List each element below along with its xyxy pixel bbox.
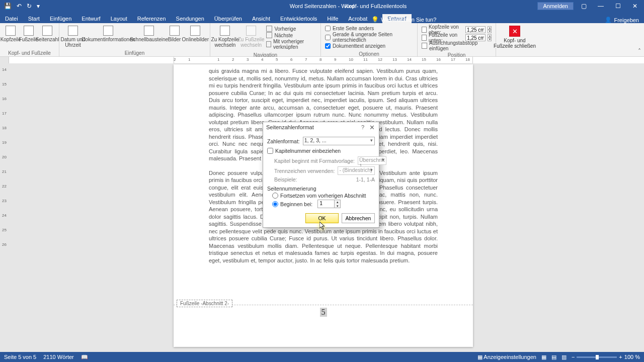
spin-down-icon[interactable]: ▾: [335, 204, 340, 208]
examples-label: Beispiele:: [267, 176, 297, 183]
dialog-help-icon[interactable]: ?: [358, 124, 367, 130]
close-x-icon: ✕: [509, 26, 520, 37]
header-button[interactable]: Kopfzeile: [2, 25, 19, 43]
number-format-label: Zahlenformat:: [267, 138, 300, 144]
show-document-text-checkbox[interactable]: Dokumenttext anzeigen: [325, 43, 413, 49]
cancel-button[interactable]: Abbrechen: [342, 213, 375, 223]
context-tools-title: Kopf- und Fußzeilentools: [345, 3, 407, 9]
tab-icon: [422, 43, 427, 49]
link-previous-button[interactable]: Mit vorheriger verknüpfen: [266, 39, 316, 50]
close-icon[interactable]: ✕: [628, 3, 642, 10]
tab-references[interactable]: Referenzen: [132, 14, 171, 23]
up-icon: [266, 26, 272, 32]
horizontal-ruler[interactable]: 21123456789101112131415161718: [0, 57, 644, 63]
zoom-out-button[interactable]: −: [572, 354, 575, 360]
docinfo-button[interactable]: Dokumentinformationen: [86, 25, 131, 43]
tab-design[interactable]: Entwurf: [76, 14, 105, 23]
chapter-style-select: Überschrift 1: [358, 156, 386, 165]
close-header-footer-button[interactable]: ✕ Kopf- und Fußzeile schließen: [491, 25, 539, 50]
page-number-format-dialog: Seitenzahlenformat ? ✕ Zahlenformat: 1, …: [263, 122, 379, 228]
pagenumber-button[interactable]: Seitenzahl: [38, 25, 57, 43]
dialog-title: Seitenzahlenformat: [266, 124, 314, 130]
share-button[interactable]: 👤 Freigeben: [605, 17, 639, 23]
datetime-button[interactable]: Datum und Uhrzeit: [61, 25, 85, 49]
tab-view[interactable]: Ansicht: [247, 14, 275, 23]
ribbon: Kopfzeile Fußzeile Seitenzahl Kopf- und …: [0, 23, 644, 57]
tab-acrobat[interactable]: Acrobat: [343, 14, 372, 23]
header-top-input[interactable]: [465, 26, 486, 33]
goto-footer-button: Zu Fußzeile wechseln: [239, 25, 264, 49]
view-read-icon[interactable]: ▤: [551, 354, 556, 360]
insert-align-tab-button[interactable]: Ausrichtungstabstopp einfügen: [422, 42, 492, 50]
group-header-footer-label: Kopf- und Fußzeile: [0, 50, 59, 57]
zoom-slider[interactable]: [577, 356, 617, 358]
share-icon: 👤: [605, 17, 612, 23]
spellcheck-icon[interactable]: 📖: [81, 354, 88, 360]
maximize-icon[interactable]: ☐: [611, 3, 625, 10]
minimize-icon[interactable]: —: [594, 3, 608, 10]
separator-select: - (Bindestrich): [338, 166, 375, 175]
header-top-icon: [422, 27, 427, 33]
tab-insert[interactable]: Einfügen: [45, 14, 76, 23]
start-at-radio[interactable]: Beginnen bei: ▴▾: [272, 200, 375, 208]
link-icon: [266, 41, 271, 47]
bulb-icon: 💡: [371, 16, 379, 23]
tab-start[interactable]: Start: [23, 14, 45, 23]
collapse-ribbon-icon[interactable]: ˄: [638, 48, 641, 55]
footer-button[interactable]: Fußzeile: [20, 25, 37, 43]
group-insert-label: Einfügen: [59, 50, 210, 57]
previous-section-button[interactable]: Vorherige: [266, 26, 316, 32]
titlebar: 💾 ↶ ↻ ▾ Word Seitenzahlen - Word Kopf- u…: [0, 0, 644, 12]
ribbon-options-icon[interactable]: ▢: [577, 3, 591, 10]
page-indicator[interactable]: Seite 5 von 5: [4, 354, 36, 360]
footer-bottom-icon: [422, 35, 427, 41]
redo-icon[interactable]: ↻: [27, 3, 32, 10]
tell-me-search[interactable]: 💡 Was möchten Sie tun?: [371, 16, 436, 23]
statusbar: Seite 5 von 5 2110 Wörter 📖 ▦ Anzeigeein…: [0, 352, 644, 362]
tab-layout[interactable]: Layout: [106, 14, 132, 23]
include-chapter-checkbox[interactable]: Kapitelnummer einbeziehen: [267, 148, 375, 154]
quickparts-button[interactable]: Schnellbausteine: [132, 25, 166, 43]
document-title: Word Seitenzahlen - Word: [290, 3, 355, 9]
online-pictures-button[interactable]: Onlinebilder: [183, 25, 208, 43]
separator-label: Trennzeichen verwenden:: [267, 168, 335, 174]
number-format-select[interactable]: 1, 2, 3, ...: [303, 137, 375, 145]
login-button[interactable]: Anmelden: [537, 2, 574, 10]
footer-section-tag: Fußzeile -Abschnitt 2-: [177, 300, 232, 307]
vertical-ruler[interactable]: 14151617181920212223242526: [0, 63, 9, 352]
pictures-button[interactable]: Bilder: [167, 25, 182, 43]
zoom-in-button[interactable]: +: [619, 354, 622, 360]
view-web-icon[interactable]: ▥: [561, 354, 567, 360]
ok-button[interactable]: OK: [305, 213, 339, 223]
goto-header-button[interactable]: Zu Kopfzeile wechseln: [212, 25, 238, 49]
tab-mailings[interactable]: Sendungen: [171, 14, 209, 23]
ribbon-tabs: Datei Start Einfügen Entwurf Layout Refe…: [0, 12, 644, 23]
chapter-style-label: Kapitel beginnt mit Formatvorlage:: [267, 158, 355, 164]
different-first-page-checkbox[interactable]: Erste Seite anders: [325, 26, 413, 31]
display-settings-button[interactable]: ▦ Anzeigeeinstellungen: [477, 354, 536, 360]
share-label: Freigeben: [614, 17, 639, 23]
start-at-input[interactable]: [318, 200, 334, 206]
word-count[interactable]: 2110 Wörter: [43, 354, 74, 360]
view-print-icon[interactable]: ▦: [541, 354, 546, 360]
save-icon[interactable]: 💾: [4, 3, 12, 10]
tab-developer[interactable]: Entwicklertools: [275, 14, 322, 23]
odd-even-checkbox[interactable]: Gerade & ungerade Seiten unterschiedlich: [325, 32, 413, 43]
page-number-field[interactable]: 5: [320, 308, 327, 317]
tab-file[interactable]: Datei: [0, 14, 23, 23]
tell-me-label: Was möchten Sie tun?: [381, 17, 436, 23]
continue-previous-radio[interactable]: Fortsetzen vom vorherigen Abschnitt: [272, 193, 375, 199]
next-section-button[interactable]: Nächste: [266, 32, 316, 38]
qa-more-icon[interactable]: ▾: [37, 3, 40, 10]
spin-up-icon[interactable]: ▴: [335, 200, 340, 204]
down-icon: [266, 32, 272, 38]
dialog-close-icon[interactable]: ✕: [367, 124, 377, 131]
tab-review[interactable]: Überprüfen: [209, 14, 247, 23]
tab-help[interactable]: Hilfe: [322, 14, 343, 23]
page-numbering-section-label: Seitennummerierung: [267, 186, 375, 192]
zoom-level[interactable]: 100 %: [624, 354, 640, 360]
undo-icon[interactable]: ↶: [17, 3, 22, 10]
examples-value: 1-1, 1-A: [356, 176, 375, 183]
